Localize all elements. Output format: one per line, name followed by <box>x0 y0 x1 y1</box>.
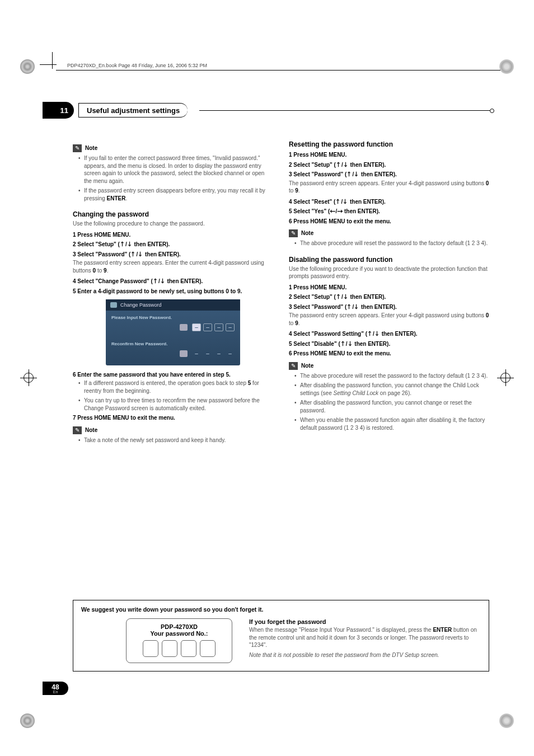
chapter-header: 11 Useful adjustment settings <box>43 106 493 119</box>
r-step-3: 3 Select "Password" (🡑/🡓 then ENTER). <box>289 171 489 179</box>
d-step-3-note: The password entry screen appears. Enter… <box>289 312 489 327</box>
pw-slot <box>200 640 216 657</box>
note-header-1: ✎ Note <box>73 144 273 152</box>
d-step-4: 4 Select "Password Setting" (🡑/🡓 then EN… <box>289 330 489 338</box>
d-step-3: 3 Select "Password" (🡑/🡓 then ENTER). <box>289 303 489 311</box>
chapter-tail-rule <box>199 110 493 111</box>
intro-text: Use the following procedure to change th… <box>73 220 273 228</box>
note-header-r2: ✎ Note <box>289 362 489 370</box>
password-reminder-box: We suggest you write down your password … <box>73 600 489 672</box>
header-rule <box>56 70 500 71</box>
page-lang: En <box>53 690 58 694</box>
pencil-icon: ✎ <box>289 362 298 370</box>
pw-slot <box>181 640 196 657</box>
d-step-2: 2 Select "Setup" (🡑/🡓 then ENTER). <box>289 293 489 301</box>
step-7: 7 Press HOME MENU to exit the menu. <box>73 414 273 422</box>
note-item: The above procedure will reset the passw… <box>294 240 489 247</box>
crop-mark-tr <box>499 59 514 74</box>
right-column: Resetting the password function 1 Press … <box>289 140 489 446</box>
d-step-5: 5 Select "Disable" (🡑/🡓 then ENTER). <box>289 340 489 348</box>
heading-resetting: Resetting the password function <box>289 140 489 149</box>
r-step-4: 4 Select "Reset" (🡑/🡓 then ENTER). <box>289 198 489 206</box>
crop-mark-br <box>499 713 514 728</box>
note-item: After disabling the password function, y… <box>294 382 489 397</box>
r-step-1: 1 Press HOME MENU. <box>289 151 489 159</box>
r-step-3-note: The password entry screen appears. Enter… <box>289 180 489 195</box>
pw-digit: – <box>226 323 235 331</box>
pw-digit: – <box>214 350 223 358</box>
card-model: PDP-4270XD <box>134 623 224 630</box>
chapter-title: Useful adjustment settings <box>78 103 188 118</box>
left-column: ✎ Note If you fail to enter the correct … <box>73 140 273 446</box>
step-5: 5 Enter a 4-digit password to be newly s… <box>73 288 273 295</box>
pencil-icon: ✎ <box>73 144 82 152</box>
d-step-1: 1 Press HOME MENU. <box>289 284 489 292</box>
dialog-prompt-2: Reconfirm New Password. <box>111 341 235 348</box>
note-item: The above procedure will reset the passw… <box>294 372 489 380</box>
r-step-6: 6 Press HOME MENU to exit the menu. <box>289 218 489 226</box>
pw-slot <box>162 640 177 657</box>
dialog-inputs-1: – – – – <box>111 323 235 331</box>
note-item: After disabling the password function, y… <box>294 399 489 414</box>
pencil-icon: ✎ <box>289 229 298 237</box>
note-item: When you enable the password function ag… <box>294 416 489 431</box>
dialog-icon <box>110 302 117 308</box>
note-label: Note <box>301 362 313 370</box>
forgot-heading: If you forget the password <box>249 618 481 625</box>
card-icon <box>180 350 188 357</box>
list-item: You can try up to three times to reconfi… <box>78 397 273 412</box>
list-item: If a different password is entered, the … <box>78 379 273 395</box>
change-password-dialog: Change Password Please Input New Passwor… <box>106 299 240 365</box>
crop-mark-bl <box>20 713 35 728</box>
step-6: 6 Enter the same password that you have … <box>73 371 273 379</box>
step-2: 2 Select "Setup" (🡑/🡓 then ENTER). <box>73 241 273 248</box>
forgot-para: When the message "Please Input Your Pass… <box>249 626 481 649</box>
card-label: Your password No.: <box>134 630 224 637</box>
registration-top <box>44 56 58 71</box>
step-4: 4 Select "Change Password" (🡑/🡓 then ENT… <box>73 278 273 285</box>
note-item: If the password entry screen disappears … <box>78 187 273 202</box>
dialog-prompt-1: Please Input New Password. <box>111 315 235 321</box>
d-step-6: 6 Press HOME MENU to exit the menu. <box>289 350 489 358</box>
note-list-1: If you fail to enter the correct passwor… <box>73 154 273 202</box>
note-item: If you fail to enter the correct passwor… <box>78 154 273 185</box>
step-3: 3 Select "Password" (🡑/🡓 then ENTER). <box>73 251 273 259</box>
step-6-notes: If a different password is entered, the … <box>73 379 273 412</box>
heading-disabling: Disabling the password function <box>289 255 489 264</box>
body-columns: ✎ Note If you fail to enter the correct … <box>73 140 489 446</box>
note-label: Note <box>301 229 313 237</box>
note-header-2: ✎ Note <box>73 426 273 434</box>
pencil-icon: ✎ <box>73 426 82 434</box>
pw-digit: – <box>203 323 212 331</box>
pw-digit: – <box>192 323 201 331</box>
note-label: Note <box>85 144 97 152</box>
card-icon <box>180 324 188 331</box>
note-list-r1: The above procedure will reset the passw… <box>289 240 489 247</box>
password-slots <box>134 640 224 657</box>
forgot-note: Note that it is not possible to reset th… <box>249 651 481 659</box>
r-step-2: 2 Select "Setup" (🡑/🡓 then ENTER). <box>289 161 489 169</box>
dialog-titlebar: Change Password <box>106 299 240 311</box>
heading-changing-password: Changing the password <box>73 210 273 219</box>
reminder-heading: We suggest you write down your password … <box>81 606 481 613</box>
registration-right <box>497 369 514 386</box>
disable-intro: Use the following procedure if you want … <box>289 265 489 280</box>
dialog-inputs-2: – – – – <box>111 350 235 358</box>
pw-digit: – <box>226 350 235 358</box>
forgot-password-text: If you forget the password When the mess… <box>249 618 481 663</box>
note-item: Take a note of the newly set password an… <box>78 436 273 444</box>
pw-digit: – <box>203 350 212 358</box>
step-3-note: The password entry screen appears. Enter… <box>73 259 273 274</box>
note-list-2: Take a note of the newly set password an… <box>73 436 273 444</box>
crop-mark-tl-inner <box>20 59 35 74</box>
password-card: PDP-4270XD Your password No.: <box>126 618 232 663</box>
note-label: Note <box>85 426 97 434</box>
pw-digit: – <box>214 323 223 331</box>
pw-digit: – <box>192 350 201 358</box>
step-1: 1 Press HOME MENU. <box>73 231 273 239</box>
chapter-number: 11 <box>43 102 74 119</box>
pw-slot <box>143 640 158 657</box>
registration-left <box>20 369 37 386</box>
r-step-5: 5 Select "Yes" (🡐/🡒 then ENTER). <box>289 208 489 215</box>
note-header-r1: ✎ Note <box>289 229 489 237</box>
